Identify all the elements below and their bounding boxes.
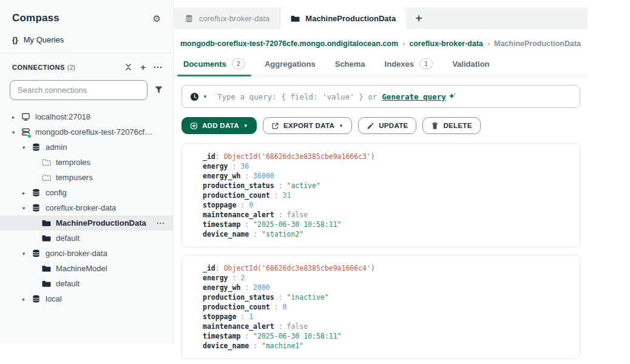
- export-data-caret-icon: ▼: [339, 123, 344, 129]
- folder-icon: [41, 218, 51, 228]
- workspace-tab-coreflux-broker-data[interactable]: coreflux-broker-data: [174, 7, 280, 29]
- curly-braces-icon: {}: [12, 36, 18, 44]
- field-value: 0: [283, 303, 287, 311]
- generate-query-link[interactable]: Generate query: [382, 92, 445, 101]
- document-field-timestamp[interactable]: timestamp : "2025-06-30 10:58:11": [203, 220, 571, 229]
- sidebar-item-mongodb-coreflux-test-72076cfe-mon[interactable]: ▾mongodb-coreflux-test-72076cfe.mon...: [0, 124, 173, 140]
- document-field-production-count[interactable]: production_count : 31: [203, 190, 571, 200]
- delete-label: DELETE: [443, 122, 472, 129]
- delete-button[interactable]: DELETE: [422, 117, 480, 134]
- database-icon: [31, 294, 41, 304]
- tab-label: Schema: [335, 59, 365, 69]
- chevron-down-icon[interactable]: ▾: [12, 129, 21, 135]
- field-key: production_count: [203, 303, 270, 311]
- document-field-timestamp[interactable]: timestamp : "2025-06-30 10:58:11": [203, 331, 571, 341]
- field-separator: :: [240, 283, 253, 292]
- tab-validation[interactable]: Validation: [444, 55, 497, 76]
- collection-outline-icon: [41, 158, 51, 167]
- document-card[interactable]: _id: ObjectId('68626dc3e8385cbe9a1666c3'…: [181, 143, 580, 248]
- sidebar-item-label: default: [56, 234, 80, 243]
- item-menu-icon[interactable]: [157, 222, 164, 224]
- sidebar-item-tempusers[interactable]: tempusers: [0, 170, 173, 185]
- add-data-button[interactable]: ADD DATA ▼: [181, 117, 257, 134]
- sidebar-item-my-queries[interactable]: {} My Queries: [0, 27, 173, 50]
- update-button[interactable]: UPDATE: [358, 117, 416, 134]
- breadcrumb-item-machineproductiondata[interactable]: MachineProductionData: [494, 39, 581, 48]
- tab-label: Aggregations: [265, 59, 316, 69]
- chevron-down-icon[interactable]: ▾: [22, 144, 31, 150]
- collection-tab-bar: Documents2AggregationsSchemaIndexes1Vali…: [174, 55, 588, 76]
- document-field-device-name[interactable]: device_name : "machine1": [203, 341, 571, 351]
- document-field-maintenance-alert[interactable]: maintenance_alert : false: [203, 210, 571, 220]
- breadcrumb-item-mongodb-coreflux-test-72076cfe-mongo-ondigitalocean-com[interactable]: mongodb-coreflux-test-72076cfe.mongo.ond…: [180, 39, 398, 48]
- document-field-production-status[interactable]: production_status : "inactive": [203, 292, 571, 302]
- document-field-id[interactable]: _id: ObjectId('68626dc3e8385cbe9a1666c4'…: [203, 263, 571, 273]
- app-title: Compass: [12, 12, 59, 24]
- chevron-down-icon[interactable]: ▾: [22, 251, 31, 257]
- sidebar-item-machineproductiondata[interactable]: MachineProductionData: [0, 215, 173, 231]
- sidebar-item-label: temproles: [56, 158, 90, 167]
- folder-icon: [291, 14, 300, 23]
- query-input-placeholder[interactable]: Type a query: { field: 'value' } or Gene…: [217, 92, 456, 101]
- sidebar-item-config[interactable]: ▸config: [0, 185, 173, 200]
- chevron-right-icon[interactable]: ▸: [22, 296, 31, 302]
- chevron-right-icon[interactable]: ▸: [12, 114, 21, 120]
- tab-count-badge: 1: [419, 58, 433, 69]
- document-field-energy-wh[interactable]: energy_wh : 36000: [203, 171, 571, 181]
- connections-header: CONNECTIONS (2) +: [0, 53, 173, 79]
- field-value: 36000: [253, 172, 274, 180]
- sidebar-item-localhost-27018[interactable]: ▸localhost:27018: [0, 109, 173, 124]
- sidebar-item-coreflux-broker-data[interactable]: ▾coreflux-broker-data: [0, 200, 173, 215]
- new-tab-plus-button[interactable]: +: [406, 7, 432, 29]
- my-queries-label: My Queries: [24, 35, 64, 44]
- sidebar-item-gonci-broker-data[interactable]: ▾gonci-broker-data: [0, 246, 173, 261]
- tab-label: Indexes: [385, 59, 414, 69]
- field-separator: :: [228, 274, 241, 282]
- document-field-maintenance-alert[interactable]: maintenance_alert : false: [203, 322, 571, 331]
- connections-menu-icon[interactable]: [154, 66, 162, 69]
- breadcrumb-separator: ›: [402, 39, 405, 48]
- document-field-production-status[interactable]: production_status : "active": [203, 181, 571, 190]
- filter-funnel-icon[interactable]: [154, 86, 163, 95]
- sidebar-item-default[interactable]: default: [0, 231, 173, 246]
- sidebar-item-label: mongodb-coreflux-test-72076cfe.mon...: [35, 127, 154, 136]
- field-separator: :: [236, 201, 249, 209]
- main-content: coreflux-broker-dataMachineProductionDat…: [174, 0, 588, 364]
- export-data-button[interactable]: EXPORT DATA ▼: [263, 117, 352, 134]
- tab-documents[interactable]: Documents2: [175, 55, 253, 76]
- connections-count: (2): [67, 64, 75, 71]
- tab-schema[interactable]: Schema: [327, 55, 373, 76]
- document-field-production-count[interactable]: production_count : 0: [203, 302, 571, 312]
- sidebar-item-admin[interactable]: ▾admin: [0, 140, 173, 155]
- document-field-stoppage[interactable]: stoppage : 0: [203, 200, 571, 210]
- document-field-device-name[interactable]: device_name : "station2": [203, 229, 571, 239]
- document-field-energy[interactable]: energy : 2: [203, 273, 571, 283]
- query-bar[interactable]: ▼ Type a query: { field: 'value' } or Ge…: [181, 85, 580, 108]
- sidebar-item-temproles[interactable]: temproles: [0, 155, 173, 170]
- sidebar-item-machinemodel[interactable]: MachineModel: [0, 261, 173, 276]
- chevron-down-icon[interactable]: ▾: [22, 205, 31, 211]
- add-connection-icon[interactable]: +: [140, 62, 146, 72]
- document-field-stoppage[interactable]: stoppage : 1: [203, 312, 571, 322]
- breadcrumb-item-coreflux-broker-data[interactable]: coreflux-broker-data: [409, 39, 483, 48]
- tab-indexes[interactable]: Indexes1: [377, 55, 441, 76]
- sidebar-item-label: MachineModel: [56, 264, 107, 273]
- query-history-clock-icon[interactable]: [190, 92, 199, 101]
- document-field-id[interactable]: _id: ObjectId('68626dc3e8385cbe9a1666c3'…: [203, 152, 571, 161]
- document-field-energy-wh[interactable]: energy_wh : 2000: [203, 283, 571, 292]
- collapse-all-icon[interactable]: [124, 63, 132, 71]
- workspace-tab-machineproductiondata[interactable]: MachineProductionData: [280, 7, 406, 29]
- sidebar-item-default[interactable]: default: [0, 276, 173, 291]
- sidebar: Compass ⚙ {} My Queries CONNECTIONS (2) …: [0, 0, 174, 343]
- sidebar-item-local[interactable]: ▸local: [0, 291, 173, 306]
- search-connections-input[interactable]: [10, 80, 147, 100]
- document-card[interactable]: _id: ObjectId('68626dc3e8385cbe9a1666c4'…: [181, 255, 580, 359]
- chevron-right-icon[interactable]: ▸: [22, 190, 31, 196]
- field-separator: :: [240, 172, 253, 180]
- tab-aggregations[interactable]: Aggregations: [257, 55, 323, 76]
- query-options-caret-icon[interactable]: ▼: [203, 94, 208, 99]
- document-field-energy[interactable]: energy : 36: [203, 161, 571, 171]
- field-value: "active": [286, 181, 320, 190]
- sparkle-icon: [449, 93, 456, 100]
- settings-gear-icon[interactable]: ⚙: [153, 14, 161, 23]
